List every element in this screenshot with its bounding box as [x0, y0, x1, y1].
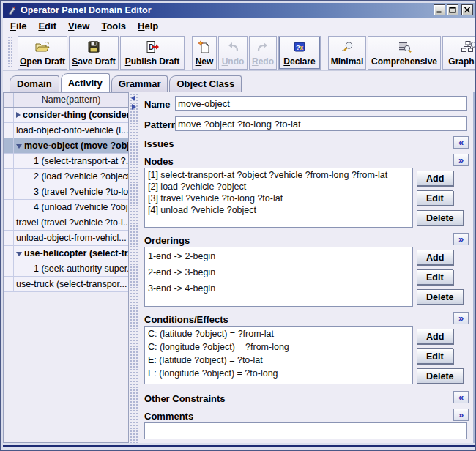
conditions-delete-button[interactable]: Delete: [417, 368, 464, 384]
publish-draft-button[interactable]: D Publish Draft: [120, 36, 185, 70]
tree-row[interactable]: consider-thing (consider...: [4, 108, 128, 123]
pattern-input[interactable]: [175, 116, 467, 131]
nodes-list[interactable]: [1] select-transport-at ?object ?vehicle…: [144, 168, 413, 228]
list-item[interactable]: [3] travel ?vehicle ?to-long ?to-lat: [148, 193, 409, 204]
tree-row[interactable]: unload-object-from-vehicl...: [4, 231, 128, 246]
tab-object-class[interactable]: Object Class: [169, 75, 242, 92]
comprehensive-button[interactable]: Comprehensive: [368, 36, 441, 70]
minimal-button[interactable]: Minimal: [328, 36, 366, 70]
tree-column-header: Name(pattern): [14, 93, 128, 107]
tab-grammar[interactable]: Grammar: [111, 75, 168, 92]
pattern-label: Pattern: [144, 119, 177, 130]
tab-activity[interactable]: Activity: [61, 73, 110, 92]
nodes-section-label: Nodes: [144, 156, 174, 167]
menu-file[interactable]: File: [4, 19, 32, 33]
maximize-button[interactable]: [447, 4, 458, 15]
row-gutter: [4, 200, 14, 215]
declare-button[interactable]: ? x Declare: [278, 36, 321, 70]
open-draft-button[interactable]: Open Draft: [18, 36, 67, 70]
tree-row-label: 3 (travel ?vehicle ?to-lo...: [34, 187, 128, 197]
tree-row[interactable]: 4 (unload ?vehicle ?obj...: [4, 200, 128, 215]
list-item[interactable]: [1] select-transport-at ?object ?vehicle…: [148, 169, 409, 181]
list-item[interactable]: E: (latitude ?object) = ?to-lat: [148, 354, 409, 367]
graphical-button[interactable]: Graphical: [442, 36, 475, 70]
list-item[interactable]: [2] load ?vehicle ?object: [148, 181, 409, 193]
tree-row[interactable]: 3 (travel ?vehicle ?to-lo...: [4, 184, 128, 200]
new-button[interactable]: New: [192, 36, 217, 70]
orderings-delete-button[interactable]: Delete: [417, 289, 464, 305]
redo-button[interactable]: Redo: [249, 36, 277, 70]
tree-row-label: 1 (select-transport-at ?...: [34, 156, 128, 166]
close-icon: [464, 7, 471, 13]
tree-row[interactable]: use-truck (select-transpor...: [4, 277, 128, 292]
list-item[interactable]: 2-end -> 3-begin: [148, 264, 409, 280]
tab-bar: Domain Activity Grammar Object Class: [3, 71, 475, 92]
publish-door-icon: D: [145, 40, 160, 54]
minimize-button[interactable]: [434, 4, 445, 15]
orderings-list[interactable]: 1-end -> 2-begin 2-end -> 3-begin 3-end …: [144, 247, 413, 307]
other-constraints-collapse-button[interactable]: «: [453, 391, 469, 403]
close-button[interactable]: [461, 4, 473, 15]
panel-splitter[interactable]: [129, 92, 138, 443]
comments-input[interactable]: [144, 422, 467, 439]
row-gutter: [4, 184, 14, 199]
comments-expand-button[interactable]: »: [453, 409, 469, 421]
save-draft-button[interactable]: Save Draft: [69, 36, 119, 70]
tree-row[interactable]: travel (travel ?vehicle ?to-l...: [4, 215, 128, 231]
tree-row[interactable]: 2 (load ?vehicle ?object): [4, 169, 128, 184]
nodes-expand-button[interactable]: »: [453, 154, 469, 166]
menu-tools[interactable]: Tools: [95, 19, 132, 33]
expanded-icon[interactable]: [16, 252, 22, 256]
row-gutter: [4, 138, 14, 153]
row-gutter: [4, 108, 14, 122]
nodes-add-button[interactable]: Add: [417, 171, 453, 186]
tree-row[interactable]: load-object-onto-vehicle (l...: [4, 123, 128, 138]
list-item[interactable]: C: (latitude ?object) = ?from-lat: [148, 327, 409, 340]
menu-help[interactable]: Help: [132, 19, 164, 33]
conditions-edit-button[interactable]: Edit: [417, 348, 453, 364]
tab-domain[interactable]: Domain: [10, 75, 59, 92]
conditions-add-button[interactable]: Add: [417, 329, 453, 344]
conditions-expand-button[interactable]: »: [453, 312, 469, 324]
floppy-disk-icon: [87, 40, 100, 54]
row-gutter: [4, 246, 14, 261]
tree-row-label: unload-object-from-vehicl...: [16, 233, 127, 243]
tree-row[interactable]: 1 (seek-authority super...: [4, 261, 128, 277]
redo-label: Redo: [252, 56, 274, 67]
application-window: Operator Panel Domain Editor File Edit V…: [0, 0, 476, 451]
list-item[interactable]: 1-end -> 2-begin: [148, 248, 409, 264]
nodes-delete-button[interactable]: Delete: [417, 210, 464, 225]
tree-row-label: load-object-onto-vehicle (l...: [16, 125, 128, 135]
list-item[interactable]: C: (longitude ?object) = ?from-long: [148, 340, 409, 354]
tree-row[interactable]: 1 (select-transport-at ?...: [4, 154, 128, 169]
expanded-icon[interactable]: [16, 144, 22, 149]
collapsed-icon[interactable]: [16, 112, 21, 118]
list-item[interactable]: E: (longitude ?object) = ?to-long: [148, 367, 409, 380]
orderings-add-button[interactable]: Add: [417, 250, 453, 265]
name-input[interactable]: [175, 96, 467, 111]
list-item[interactable]: 3-end -> 4-begin: [148, 280, 409, 297]
graphical-view-icon: [461, 40, 475, 54]
nodes-edit-button[interactable]: Edit: [417, 190, 453, 206]
orderings-expand-button[interactable]: »: [453, 233, 469, 245]
minimal-label: Minimal: [331, 56, 364, 67]
tree-row-selected[interactable]: move-object (move ?obj...: [4, 138, 128, 154]
conditions-list[interactable]: C: (latitude ?object) = ?from-lat C: (lo…: [144, 326, 413, 384]
collapse-left-icon[interactable]: [131, 95, 135, 101]
orderings-edit-button[interactable]: Edit: [417, 269, 453, 285]
menu-edit[interactable]: Edit: [32, 19, 62, 33]
tree-row[interactable]: use-helicopter (select-tr...: [4, 246, 128, 261]
title-bar[interactable]: Operator Panel Domain Editor: [3, 3, 475, 18]
toolbar-drag-handle[interactable]: [7, 36, 14, 68]
tree-header-gutter: [4, 93, 14, 107]
collapse-right-icon[interactable]: [132, 104, 136, 110]
list-item[interactable]: [4] unload ?vehicle ?object: [148, 204, 409, 216]
issues-collapse-button[interactable]: «: [453, 136, 469, 149]
menu-bar: File Edit View Tools Help: [3, 18, 475, 34]
tree-row-label: travel (travel ?vehicle ?to-l...: [16, 217, 128, 228]
row-gutter: [4, 277, 14, 291]
menu-view[interactable]: View: [62, 19, 95, 33]
row-gutter: [4, 261, 14, 276]
undo-button[interactable]: Undo: [218, 36, 248, 70]
frame-accent-line: [3, 445, 475, 447]
